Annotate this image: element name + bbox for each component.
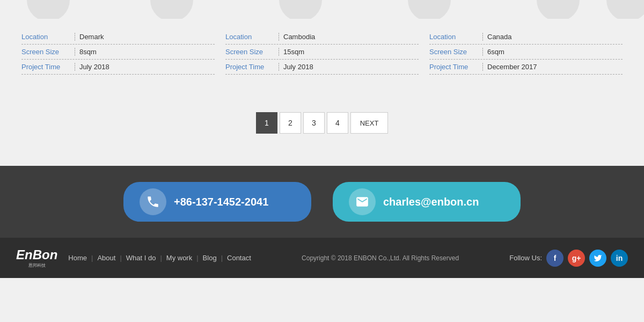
page-button-3[interactable]: 3 bbox=[303, 112, 325, 134]
deco-circle bbox=[606, 0, 644, 19]
pagination: 1 2 3 4 NEXT bbox=[256, 112, 388, 134]
time-value: July 2018 bbox=[79, 63, 109, 71]
logo-text: EnBon bbox=[16, 247, 57, 262]
location-value: Cambodia bbox=[283, 33, 315, 41]
footer-nav: Home | About | What I do | My work | Blo… bbox=[68, 254, 251, 262]
deco-circle bbox=[150, 0, 193, 19]
card-size-field: Screen Size 8sqm bbox=[21, 45, 215, 60]
footer-social: Follow Us: f g+ in bbox=[509, 250, 628, 267]
time-label: Project Time bbox=[225, 63, 279, 71]
follow-text: Follow Us: bbox=[509, 254, 542, 262]
contact-section: +86-137-1452-2041 charles@enbon.cn bbox=[0, 166, 644, 238]
projects-grid: Location Demark Screen Size 8sqm Project… bbox=[21, 30, 623, 75]
page-button-4[interactable]: 4 bbox=[327, 112, 348, 134]
phone-icon bbox=[140, 188, 166, 215]
time-value: December 2017 bbox=[487, 63, 537, 71]
card-location-field: Location Canada bbox=[429, 30, 623, 45]
facebook-icon[interactable]: f bbox=[546, 250, 564, 267]
footer-left: EnBon 恩邦科技 Home | About | What I do | My… bbox=[16, 247, 251, 268]
phone-number: +86-137-1452-2041 bbox=[174, 196, 268, 208]
email-button[interactable]: charles@enbon.cn bbox=[333, 182, 521, 222]
location-label: Location bbox=[225, 33, 279, 41]
time-label: Project Time bbox=[21, 63, 75, 71]
nav-sep: | bbox=[160, 254, 162, 262]
card-size-field: Screen Size 6sqm bbox=[429, 45, 623, 60]
pagination-section: 1 2 3 4 NEXT bbox=[0, 96, 644, 166]
location-label: Location bbox=[21, 33, 75, 41]
time-value: July 2018 bbox=[283, 63, 313, 71]
size-label: Screen Size bbox=[225, 48, 279, 56]
size-value: 15sqm bbox=[283, 48, 304, 56]
top-decorations bbox=[0, 0, 644, 19]
location-value: Demark bbox=[79, 33, 104, 41]
twitter-icon[interactable] bbox=[589, 250, 606, 267]
page-button-1[interactable]: 1 bbox=[256, 112, 277, 134]
nav-home[interactable]: Home bbox=[68, 254, 87, 262]
deco-circle bbox=[279, 0, 322, 19]
size-label: Screen Size bbox=[429, 48, 483, 56]
email-icon bbox=[349, 188, 376, 215]
googleplus-icon[interactable]: g+ bbox=[568, 250, 585, 267]
phone-button[interactable]: +86-137-1452-2041 bbox=[123, 182, 311, 222]
bottom-footer: EnBon 恩邦科技 Home | About | What I do | My… bbox=[0, 238, 644, 278]
deco-circle bbox=[537, 0, 580, 19]
logo: EnBon 恩邦科技 bbox=[16, 247, 57, 268]
next-button[interactable]: NEXT bbox=[350, 112, 388, 134]
card-time-field: Project Time December 2017 bbox=[429, 60, 623, 75]
card-time-field: Project Time July 2018 bbox=[225, 60, 419, 75]
page-button-2[interactable]: 2 bbox=[280, 112, 301, 134]
nav-blog[interactable]: Blog bbox=[203, 254, 217, 262]
location-label: Location bbox=[429, 33, 483, 41]
project-card: Location Cambodia Screen Size 15sqm Proj… bbox=[225, 30, 419, 75]
footer-copyright: Copyright © 2018 ENBON Co.,Ltd. All Righ… bbox=[302, 254, 459, 262]
email-address: charles@enbon.cn bbox=[383, 196, 479, 208]
deco-circle bbox=[408, 0, 451, 19]
logo-sub: 恩邦科技 bbox=[16, 262, 57, 268]
project-card: Location Canada Screen Size 6sqm Project… bbox=[429, 30, 623, 75]
projects-section: Location Demark Screen Size 8sqm Project… bbox=[0, 19, 644, 96]
nav-sep: | bbox=[91, 254, 93, 262]
location-value: Canada bbox=[487, 33, 512, 41]
size-value: 6sqm bbox=[487, 48, 504, 56]
nav-what[interactable]: What I do bbox=[126, 254, 156, 262]
size-label: Screen Size bbox=[21, 48, 75, 56]
nav-sep: | bbox=[120, 254, 121, 262]
nav-contact[interactable]: Contact bbox=[227, 254, 251, 262]
size-value: 8sqm bbox=[79, 48, 97, 56]
card-size-field: Screen Size 15sqm bbox=[225, 45, 419, 60]
card-time-field: Project Time July 2018 bbox=[21, 60, 215, 75]
project-card: Location Demark Screen Size 8sqm Project… bbox=[21, 30, 215, 75]
nav-sep: | bbox=[221, 254, 223, 262]
card-location-field: Location Demark bbox=[21, 30, 215, 45]
nav-about[interactable]: About bbox=[97, 254, 115, 262]
nav-sep: | bbox=[196, 254, 198, 262]
deco-circle bbox=[27, 0, 70, 19]
card-location-field: Location Cambodia bbox=[225, 30, 419, 45]
nav-work[interactable]: My work bbox=[166, 254, 192, 262]
linkedin-icon[interactable]: in bbox=[611, 250, 628, 267]
time-label: Project Time bbox=[429, 63, 483, 71]
